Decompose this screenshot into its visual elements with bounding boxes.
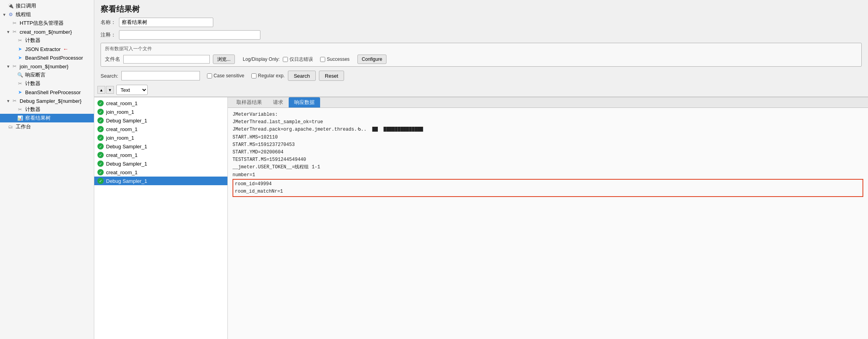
wrench-icon: ✂ [11,20,18,27]
success-icon: ✓ [97,100,104,106]
detail-container: 取样器结果请求响应数据 JMeterVariables:JMeterThread… [228,97,868,339]
tree-item-beanshell-post[interactable]: ➤BeanShell PostProcessor [0,53,94,62]
tree-item-label: 计数器 [25,37,40,44]
error-only-checkbox-label[interactable]: 仅日志错误 [283,56,313,63]
arrow-bean-icon: ➤ [16,54,24,61]
page-title: 察看结果树 [101,4,862,15]
wrench-icon: ✂ [11,28,18,35]
success-icon: ✓ [97,160,104,167]
tree-item-label: JSON Extractor [25,46,60,52]
wrench-icon: ✂ [16,37,24,44]
tree-item-creat-room[interactable]: ▼✂creat_room_${number} [0,27,94,36]
regular-exp-checkbox[interactable] [251,73,256,78]
tree-item-label: join_room_${number} [20,64,68,69]
scroll-down-btn[interactable]: ▼ [106,86,114,94]
tree-arrow-spacer [11,47,16,51]
arrow-json-icon: ➤ [16,46,24,53]
tree-item-http-manager[interactable]: ✂HTTP信息头管理器 [0,19,94,27]
result-item-label: Debug Sampler_1 [106,161,147,167]
reset-button[interactable]: Reset [319,71,344,81]
tree-item-counter1[interactable]: ✂计数器 [0,36,94,45]
left-tree-panel: 🔌接口调用▼⚙线程组 ✂HTTP信息头管理器▼✂creat_room_${num… [0,0,94,339]
success-icon: ✓ [97,117,104,124]
success-icon: ✓ [97,109,104,115]
file-row: 文件名 浏览... Log/Display Only: 仅日志错误 Succes… [105,55,857,64]
result-item[interactable]: ✓Debug Sampler_1 [94,177,227,185]
detail-line: __jmeter.USER_TOKEN__=线程组 1-1 [233,164,863,171]
detail-line: JMeterThread.pack=org.apache.jmeter.thre… [233,126,863,133]
tree-item-thread-group[interactable]: ▼⚙线程组 [0,10,94,19]
result-item-label: Debug Sampler_1 [106,118,147,124]
tab-response-data[interactable]: 响应数据 [289,97,320,108]
right-panel: 察看结果树 名称： 注释： 所有数据写入一个文件 文件名 浏览... Log/D… [94,0,868,339]
search-button[interactable]: Search [288,71,316,81]
name-input[interactable] [119,18,213,27]
result-item[interactable]: ✓creat_room_1 [94,99,227,108]
tree-item-debug-sampler[interactable]: ▼✂Debug Sampler_${number} [0,97,94,105]
detail-line: START.YMD=20200604 [233,149,863,156]
result-item[interactable]: ✓join_room_1 [94,133,227,142]
successes-checkbox[interactable] [320,57,325,62]
name-row: 名称： [94,16,868,29]
tree-arrow-spacer [11,108,16,112]
tree-item-label: 计数器 [25,80,40,87]
regular-exp-label[interactable]: Regular exp. [251,73,285,78]
tree-item-beanshell-pre[interactable]: ➤BeanShell PreProcessor [0,88,94,97]
tree-item-result-tree[interactable]: 📊察看结果树 [0,114,94,122]
tab-request[interactable]: 请求 [267,97,289,108]
detail-line: TESTSTART.MS=1591244549440 [233,156,863,164]
case-sensitive-checkbox[interactable] [207,73,212,78]
tree-arrow-spacer [11,56,16,60]
view-select[interactable]: Text HTML JSON XML [116,85,148,95]
result-item[interactable]: ✓Debug Sampler_1 [94,116,227,125]
tree-arrow-spacer [5,21,11,26]
tree-item-join-room[interactable]: ▼✂join_room_${number} [0,62,94,71]
browse-button[interactable]: 浏览... [213,55,235,64]
result-item-label: creat_room_1 [106,152,137,158]
main-content: ▲ ▼ Text HTML JSON XML ✓creat_room_1✓joi… [94,83,868,339]
successes-checkbox-label[interactable]: Successes [320,56,350,62]
error-only-label: 仅日志错误 [289,56,313,63]
tab-sample-result[interactable]: 取样器结果 [231,97,267,108]
tree-item-label: 计数器 [25,106,40,113]
tree-item-label: 工作台 [16,123,31,130]
tree-item-label: HTTP信息头管理器 [20,20,64,27]
search-input[interactable] [121,71,200,80]
comment-row: 注释： [94,29,868,41]
tree-arrow-spacer [11,73,16,77]
file-input[interactable] [123,55,210,64]
result-item[interactable]: ✓creat_room_1 [94,151,227,159]
success-icon: ✓ [97,178,104,184]
gear-icon: ⚙ [7,11,14,18]
result-item[interactable]: ✓creat_room_1 [94,125,227,133]
case-sensitive-label[interactable]: Case sensitive [207,73,244,78]
tree-arrow-spacer [2,4,7,8]
case-sensitive-text: Case sensitive [214,73,244,78]
comment-input[interactable] [119,30,260,40]
tree-item-assert[interactable]: 🔍响应断言 [0,71,94,79]
tree-item-workbench[interactable]: 🗂工作台 [0,122,94,131]
tree-item-label: creat_room_${number} [20,29,72,35]
detail-line: JMeterVariables: [233,111,863,118]
result-item[interactable]: ✓Debug Sampler_1 [94,142,227,151]
error-only-checkbox[interactable] [283,57,288,62]
wrench-icon: ✂ [16,106,24,113]
configure-button[interactable]: Configure [357,55,386,64]
comment-label: 注释： [101,31,116,38]
tree-item-label: BeanShell PreProcessor [25,89,81,95]
result-item[interactable]: ✓join_room_1 [94,108,227,116]
name-label: 名称： [101,19,116,26]
log-display-label: Log/Display Only: [243,56,280,62]
tree-item-interface-call[interactable]: 🔌接口调用 [0,2,94,10]
detail-line: room_id=49994 [233,179,863,188]
arrow-pre-icon: ➤ [16,89,24,96]
tree-arrow-spacer [2,125,7,129]
tree-item-json-extractor[interactable]: ➤JSON Extractor← [0,45,94,53]
result-item[interactable]: ✓creat_room_1 [94,168,227,177]
tree-item-counter3[interactable]: ✂计数器 [0,105,94,114]
tree-item-counter2[interactable]: ✂计数器 [0,79,94,88]
title-area: 察看结果树 [94,0,868,16]
scroll-up-btn[interactable]: ▲ [97,86,105,94]
tree-arrow-spacer [11,116,16,120]
result-item[interactable]: ✓Debug Sampler_1 [94,159,227,168]
